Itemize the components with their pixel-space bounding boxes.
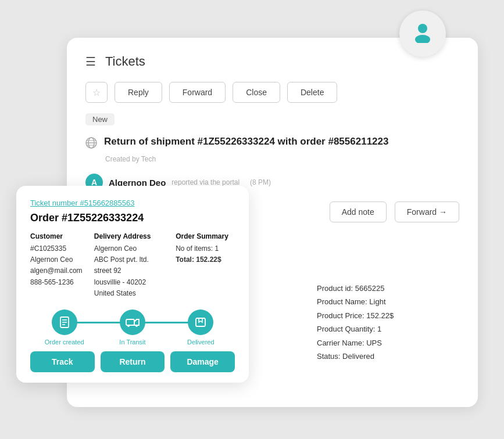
track-buttons: Track Return Damage — [30, 351, 235, 372]
delivery-line1: Algernon Ceo — [94, 243, 171, 254]
svg-rect-14 — [196, 318, 205, 326]
star-icon: ☆ — [92, 87, 101, 98]
close-button[interactable]: Close — [233, 82, 280, 103]
customer-email: algen@mail.com — [30, 265, 90, 276]
subject-text: Return of shipment #1Z55226333224 with o… — [104, 136, 388, 147]
return-button[interactable]: Return — [101, 351, 165, 372]
track-button[interactable]: Track — [30, 351, 95, 372]
step-circle-order — [52, 310, 77, 335]
damage-button[interactable]: Damage — [170, 351, 235, 372]
created-by-label: Created by Tech — [105, 155, 459, 163]
svg-rect-11 — [126, 319, 134, 325]
product-price: Product Price: 152.22$ — [317, 309, 446, 322]
time-label: (8 PM) — [250, 178, 271, 186]
product-qty: Product Quantity: 1 — [317, 322, 446, 336]
delivery-line2: ABC Post pvt. ltd. — [94, 254, 171, 265]
step-label-order: Order created — [45, 339, 84, 346]
avatar-circle — [399, 10, 446, 57]
progress-track: Order created In Transit Del — [30, 310, 235, 346]
summary-items: No of items: 1 — [176, 243, 235, 254]
carrier-name: Carrier Name: UPS — [317, 336, 446, 350]
forward-button[interactable]: Forward — [169, 82, 226, 103]
via-label: reported via the portal — [171, 178, 240, 186]
summary-header: Order Summary — [176, 232, 235, 240]
step-label-transit: In Transit — [119, 339, 145, 346]
product-id: Product id: 5665225 — [317, 282, 446, 295]
add-note-button[interactable]: Add note — [330, 201, 387, 222]
step-circle-delivered — [188, 310, 213, 335]
delivery-line5: United States — [94, 288, 171, 299]
customer-phone: 888-565-1236 — [30, 277, 90, 288]
customer-col: Customer #C1025335 Algernon Ceo algen@ma… — [30, 232, 90, 299]
step-label-delivered: Delivered — [187, 339, 214, 346]
menu-icon[interactable]: ☰ — [85, 55, 96, 69]
step-in-transit: In Transit — [98, 310, 166, 346]
status: Status: Delivered — [317, 350, 446, 363]
order-card: Ticket number #515662885563 Order #1Z552… — [16, 186, 249, 383]
panel-header: ☰ Tickets — [85, 54, 459, 69]
subject-row: Return of shipment #1Z55226333224 with o… — [85, 136, 459, 152]
svg-point-1 — [415, 35, 430, 43]
svg-point-0 — [418, 24, 427, 33]
delivery-header: Delivery Address — [94, 232, 171, 240]
step-delivered: Delivered — [167, 310, 235, 346]
delete-button[interactable]: Delete — [287, 82, 337, 103]
forward-action-button[interactable]: Forward → — [395, 201, 459, 222]
customer-id: #C1025335 — [30, 243, 90, 254]
star-button[interactable]: ☆ — [85, 82, 108, 103]
panel-title: Tickets — [105, 54, 145, 69]
step-order-created: Order created — [30, 310, 98, 346]
customer-name: Algernon Ceo — [30, 254, 90, 265]
summary-col: Order Summary No of items: 1 Total: 152.… — [176, 232, 235, 299]
user-avatar-icon — [411, 20, 434, 48]
product-name: Product Name: Light — [317, 295, 446, 308]
ticket-number[interactable]: Ticket number #515662885563 — [30, 199, 235, 207]
toolbar: ☆ Reply Forward Close Delete — [85, 82, 459, 103]
globe-icon — [85, 137, 97, 152]
reply-button[interactable]: Reply — [115, 82, 162, 103]
new-badge: New — [85, 113, 115, 125]
customer-header: Customer — [30, 232, 90, 240]
svg-point-12 — [127, 325, 130, 327]
order-columns: Customer #C1025335 Algernon Ceo algen@ma… — [30, 232, 235, 299]
product-details: Product id: 5665225 Product Name: Light … — [317, 282, 446, 363]
delivery-line3: street 92 — [94, 265, 171, 276]
order-number: Order #1Z55226333224 — [30, 212, 235, 224]
delivery-line4: lousvillie - 40202 — [94, 277, 171, 288]
summary-total: Total: 152.22$ — [176, 254, 235, 265]
step-circle-transit — [120, 310, 145, 335]
delivery-col: Delivery Address Algernon Ceo ABC Post p… — [94, 232, 171, 299]
svg-point-13 — [135, 325, 138, 327]
